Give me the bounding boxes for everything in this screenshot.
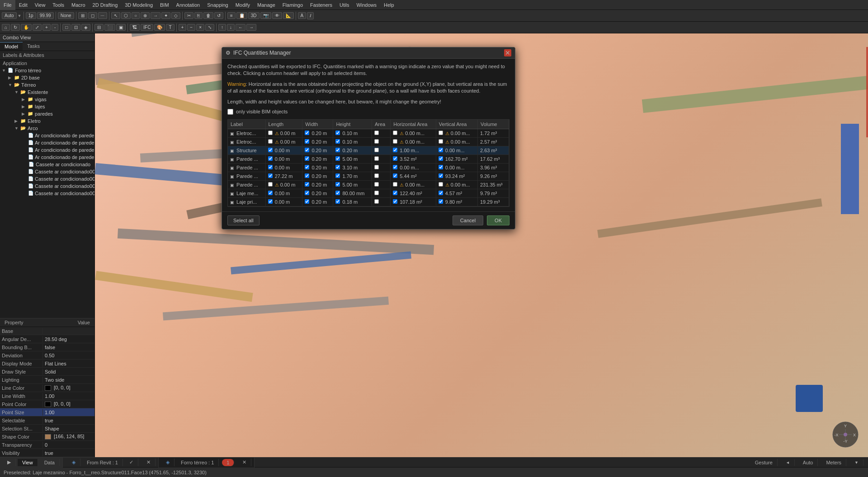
height-value[interactable]: 0.18 m (342, 199, 358, 205)
width-value[interactable]: 0.20 m (311, 191, 327, 196)
area-checkbox[interactable] (374, 191, 379, 195)
table-row[interactable]: ▣ Laje me... 0.00 m 0.20 m 80.00 mm (228, 189, 509, 197)
v-area-checkbox[interactable] (439, 182, 443, 187)
plus-button[interactable]: ⊕ (141, 12, 150, 19)
doc2-label[interactable]: Forro térreo : 1 (176, 459, 219, 466)
cut-button[interactable]: ✂ (184, 12, 193, 19)
height-checkbox[interactable] (335, 148, 340, 152)
width-checkbox[interactable] (305, 165, 309, 169)
length-value[interactable]: 0.00 m (275, 199, 290, 205)
italic-button[interactable]: 𝐼 (307, 12, 314, 19)
area-checkbox[interactable] (374, 148, 379, 152)
tree-item-ar1[interactable]: 📄 Ar condicionado de parede (0, 132, 94, 139)
value-tab[interactable]: Value (75, 319, 93, 326)
pan-button[interactable]: ✋ (21, 24, 32, 31)
ifc-table-wrapper[interactable]: Label Length Width Height Area Horizonta… (227, 119, 509, 207)
width-value[interactable]: 0.20 m (311, 131, 327, 136)
length-checkbox[interactable] (268, 131, 273, 135)
area-checkbox[interactable] (374, 182, 379, 187)
table-row[interactable]: ▣ Eletroc... ⚠ 0.00 m 0.20 m 0.10 m ⚠ (228, 137, 509, 146)
width-value[interactable]: 0.20 m (311, 165, 327, 170)
tree-item-vigas[interactable]: ▶ 📁 vigas (0, 96, 94, 103)
length-value[interactable]: 27.22 m (275, 173, 293, 179)
tree-item-cassete1[interactable]: 📄 Cassete ar condicionado (0, 161, 94, 168)
menu-modify[interactable]: Modify (232, 0, 254, 10)
menu-flamingo[interactable]: Flamingo (279, 0, 307, 10)
length-value[interactable]: 0.00 m (275, 148, 290, 153)
area-checkbox[interactable] (374, 139, 379, 144)
shape-button[interactable]: ⬡ (121, 12, 131, 19)
length-value[interactable]: 0.00 m (280, 182, 296, 187)
col-h-area[interactable]: Horizontal Area (391, 120, 436, 129)
area-checkbox[interactable] (374, 156, 379, 161)
ifc-button[interactable]: IFC (141, 24, 153, 31)
move-button[interactable]: ⤡ (205, 24, 214, 31)
height-value[interactable]: 80.00 mm (342, 191, 364, 196)
snap-button[interactable]: ◻ (88, 12, 97, 19)
v-area-checkbox[interactable] (439, 199, 443, 204)
ifc-close-button[interactable]: ✕ (504, 49, 511, 56)
height-value[interactable]: 3.10 m (342, 165, 358, 170)
rotate-button[interactable]: ↻ (11, 24, 20, 31)
solid-button[interactable]: ⬛ (104, 24, 115, 31)
home-button[interactable]: ⌂ (2, 24, 10, 31)
h-area-checkbox[interactable] (393, 131, 397, 135)
v-area-checkbox[interactable] (439, 148, 443, 152)
data-tab[interactable]: Data (40, 459, 60, 466)
camera-button[interactable]: 📷 (260, 12, 271, 19)
annotation2-button[interactable]: T (166, 24, 174, 31)
length-value[interactable]: 0.00 m (280, 131, 296, 136)
tab-model[interactable]: Model (0, 42, 23, 51)
height-checkbox[interactable] (335, 156, 340, 161)
ok-button[interactable]: OK (487, 215, 509, 225)
h-area-checkbox[interactable] (393, 139, 397, 144)
table-row[interactable]: ▣ Laje pri... 0.00 m 0.20 m 0.18 m (228, 197, 509, 206)
menu-help[interactable]: Help (380, 0, 398, 10)
menu-view[interactable]: View (31, 0, 49, 10)
v-area-checkbox[interactable] (439, 191, 443, 195)
nav-up[interactable]: ↑ (218, 24, 226, 31)
cross-button[interactable]: × (196, 24, 204, 31)
height-checkbox[interactable] (335, 131, 340, 135)
height-checkbox[interactable] (335, 199, 340, 204)
tree-item-lajes[interactable]: ▶ 📁 lajes (0, 103, 94, 110)
height-value[interactable]: 5.00 m (342, 182, 358, 187)
tree-item-cassete4[interactable]: 📄 Cassete ar condicionado00 (0, 182, 94, 190)
v-area-checkbox[interactable] (439, 165, 443, 169)
height-value[interactable]: 0.10 m (342, 139, 358, 145)
tree-item-ar4[interactable]: 📄 Ar condicionado de parede (0, 154, 94, 161)
menu-tools[interactable]: Tools (49, 0, 68, 10)
menu-utils[interactable]: Utils (336, 0, 353, 10)
tree-item-ar2[interactable]: 📄 Ar condicionado de parede (0, 139, 94, 146)
table-row[interactable]: ▣ Eletroc... ⚠ 0.00 m 0.20 m 0.10 m ⚠ (228, 129, 509, 137)
table-row[interactable]: ▣ Parede ... ⚠ 0.00 m 0.20 m 5.00 m ⚠ (228, 180, 509, 189)
delete-button[interactable]: 🗑 (203, 12, 213, 19)
length-value[interactable]: 0.00 m (275, 165, 290, 170)
width-checkbox[interactable] (305, 173, 309, 178)
doc2-close-icon[interactable]: ✕ (238, 458, 251, 466)
length-value[interactable]: 0.00 m (275, 156, 290, 162)
top-view-button[interactable]: ⊡ (71, 24, 80, 31)
property-tab[interactable]: Property (2, 319, 26, 326)
h-area-checkbox[interactable] (393, 199, 397, 204)
star-button[interactable]: ✦ (161, 12, 170, 19)
building-button[interactable]: 🏗 (130, 24, 140, 31)
menu-edit[interactable]: Edit (15, 0, 31, 10)
length-checkbox[interactable] (268, 199, 273, 204)
measure-button[interactable]: 📐 (283, 12, 294, 19)
layers-button[interactable]: ≡ (227, 12, 236, 19)
nav-right[interactable]: → (246, 24, 256, 31)
only-visible-bim-checkbox[interactable] (227, 109, 233, 115)
h-area-checkbox[interactable] (393, 173, 397, 178)
zoom-in-button[interactable]: + (42, 24, 51, 31)
col-area[interactable]: Area (372, 120, 390, 129)
height-value[interactable]: 0.10 m (342, 131, 358, 136)
length-checkbox[interactable] (268, 139, 273, 144)
tree-item-terreo[interactable]: ▼ 📂 Térreo (0, 81, 94, 89)
tree-item-cassete5[interactable]: 📄 Cassete ar condicionado00 (0, 190, 94, 197)
tree-item-existente[interactable]: ▼ 📂 Existente (0, 89, 94, 96)
length-checkbox[interactable] (268, 173, 273, 178)
zoom-out-button[interactable]: - (52, 24, 58, 31)
area-checkbox[interactable] (374, 131, 379, 135)
refresh-button[interactable]: ↺ (214, 12, 223, 19)
